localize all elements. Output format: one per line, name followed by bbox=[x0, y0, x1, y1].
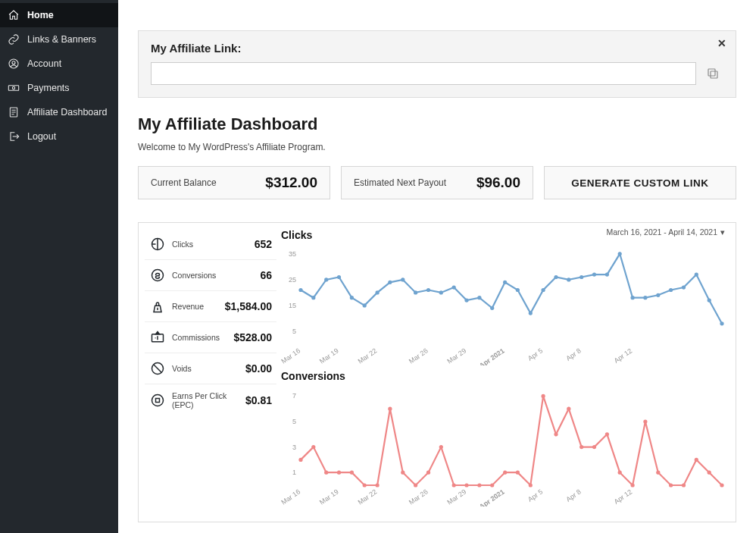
svg-point-32 bbox=[503, 281, 507, 284]
voids-icon bbox=[149, 360, 166, 377]
svg-point-30 bbox=[477, 296, 481, 299]
svg-point-75 bbox=[452, 483, 456, 487]
stat-label: Commissions bbox=[172, 333, 227, 342]
svg-point-20 bbox=[350, 296, 354, 299]
sidebar-item-label: Home bbox=[27, 10, 54, 20]
svg-point-67 bbox=[350, 471, 354, 475]
sidebar-item-links-banners[interactable]: Links & Banners bbox=[0, 27, 118, 52]
svg-text:Mar 22: Mar 22 bbox=[357, 488, 379, 506]
svg-point-71 bbox=[401, 471, 405, 475]
svg-text:25: 25 bbox=[289, 276, 296, 284]
svg-point-88 bbox=[618, 471, 622, 475]
sidebar: Home Links & Banners Account Payments Af… bbox=[0, 0, 118, 533]
close-icon[interactable]: ✕ bbox=[717, 37, 726, 49]
svg-text:Apr 8: Apr 8 bbox=[564, 346, 582, 362]
sidebar-item-logout[interactable]: Logout bbox=[0, 124, 118, 149]
svg-point-63 bbox=[298, 458, 302, 462]
affiliate-link-input[interactable] bbox=[151, 62, 696, 85]
stat-row-commissions: Commissions$528.00 bbox=[145, 322, 276, 353]
stat-row-conversions: Conversions66 bbox=[145, 260, 276, 291]
svg-text:35: 35 bbox=[289, 250, 296, 258]
svg-point-1 bbox=[12, 61, 15, 64]
svg-point-19 bbox=[337, 275, 341, 279]
stat-value: $0.00 bbox=[245, 362, 272, 375]
svg-text:Apr 5: Apr 5 bbox=[526, 488, 544, 503]
svg-point-26 bbox=[426, 288, 430, 292]
payout-value: $96.00 bbox=[476, 174, 520, 191]
balance-card: Current Balance $312.00 bbox=[138, 166, 330, 199]
welcome-text: Welcome to My WordPress's Affiliate Prog… bbox=[138, 142, 736, 152]
sidebar-item-label: Payments bbox=[27, 83, 70, 93]
svg-point-39 bbox=[592, 273, 596, 277]
revenue-icon bbox=[149, 298, 166, 315]
sidebar-item-affiliate-dashboard[interactable]: Affiliate Dashboard bbox=[0, 100, 118, 124]
svg-point-69 bbox=[376, 483, 380, 487]
svg-text:Apr 12: Apr 12 bbox=[613, 488, 633, 505]
clicks-icon bbox=[149, 236, 166, 252]
svg-point-66 bbox=[337, 471, 341, 475]
svg-text:5: 5 bbox=[292, 328, 296, 335]
svg-point-34 bbox=[529, 312, 533, 315]
svg-text:Apr 5: Apr 5 bbox=[526, 346, 544, 362]
svg-point-73 bbox=[426, 471, 430, 475]
chart-svg: 1357Mar 16Mar 19Mar 22Mar 26Mar 29Apr 20… bbox=[281, 385, 728, 506]
svg-text:Mar 16: Mar 16 bbox=[281, 346, 301, 365]
svg-rect-5 bbox=[711, 71, 717, 78]
svg-text:Mar 19: Mar 19 bbox=[318, 346, 340, 365]
svg-text:Mar 29: Mar 29 bbox=[445, 488, 467, 506]
svg-point-45 bbox=[669, 288, 673, 292]
link-icon bbox=[8, 33, 20, 45]
svg-point-72 bbox=[414, 483, 417, 487]
copy-icon[interactable] bbox=[702, 63, 723, 84]
sidebar-item-payments[interactable]: Payments bbox=[0, 76, 118, 100]
svg-point-68 bbox=[363, 483, 367, 487]
svg-point-11 bbox=[152, 395, 164, 406]
svg-text:Apr 12: Apr 12 bbox=[613, 346, 633, 364]
svg-point-70 bbox=[388, 407, 392, 411]
sidebar-item-account[interactable]: Account bbox=[0, 52, 118, 76]
sidebar-item-home[interactable]: Home bbox=[0, 3, 118, 27]
svg-point-76 bbox=[464, 483, 468, 487]
chart-conversions: Conversions1357Mar 16Mar 19Mar 22Mar 26M… bbox=[281, 370, 729, 506]
svg-text:Mar 26: Mar 26 bbox=[408, 346, 430, 365]
svg-text:Apr 2021: Apr 2021 bbox=[478, 346, 506, 365]
payout-label: Estimated Next Payout bbox=[354, 177, 446, 188]
stat-value: $528.00 bbox=[233, 331, 272, 343]
stat-value: 66 bbox=[260, 269, 272, 281]
svg-rect-2 bbox=[8, 86, 18, 91]
svg-point-25 bbox=[414, 290, 417, 294]
top-cards: Current Balance $312.00 Estimated Next P… bbox=[138, 166, 736, 199]
svg-point-37 bbox=[567, 277, 570, 281]
svg-point-44 bbox=[656, 293, 660, 297]
sidebar-item-label: Account bbox=[27, 58, 61, 69]
sidebar-item-label: Affiliate Dashboard bbox=[27, 107, 107, 118]
sidebar-item-label: Logout bbox=[27, 131, 56, 142]
chart-clicks: Clicks5152535Mar 16Mar 19Mar 22Mar 26Mar… bbox=[281, 229, 729, 365]
balance-value: $312.00 bbox=[265, 174, 317, 191]
svg-text:Apr 8: Apr 8 bbox=[564, 488, 582, 503]
svg-point-17 bbox=[311, 296, 315, 299]
commissions-icon bbox=[149, 329, 166, 346]
affiliate-link-box: ✕ My Affiliate Link: bbox=[138, 30, 736, 98]
svg-point-22 bbox=[376, 290, 380, 294]
svg-point-87 bbox=[605, 432, 609, 436]
sidebar-item-label: Links & Banners bbox=[27, 34, 96, 45]
stat-label: Earns Per Click (EPC) bbox=[172, 391, 239, 409]
payout-card: Estimated Next Payout $96.00 bbox=[341, 166, 533, 199]
svg-text:1: 1 bbox=[292, 469, 296, 476]
stat-value: $1,584.00 bbox=[225, 300, 272, 312]
svg-text:3: 3 bbox=[292, 444, 296, 451]
generate-link-button[interactable]: GENERATE CUSTOM LINK bbox=[544, 166, 736, 199]
svg-point-95 bbox=[708, 471, 711, 475]
stat-row-clicks: Clicks652 bbox=[145, 229, 276, 260]
svg-point-74 bbox=[439, 445, 443, 449]
svg-point-31 bbox=[490, 306, 494, 310]
date-range-label: March 16, 2021 - April 14, 2021 bbox=[606, 227, 717, 237]
svg-point-96 bbox=[720, 483, 723, 487]
date-range-picker[interactable]: March 16, 2021 - April 14, 2021 ▾ bbox=[606, 227, 725, 237]
svg-point-35 bbox=[542, 288, 545, 292]
money-icon bbox=[8, 82, 20, 94]
logout-icon bbox=[8, 130, 20, 143]
svg-point-91 bbox=[656, 471, 660, 475]
svg-point-28 bbox=[452, 286, 456, 290]
